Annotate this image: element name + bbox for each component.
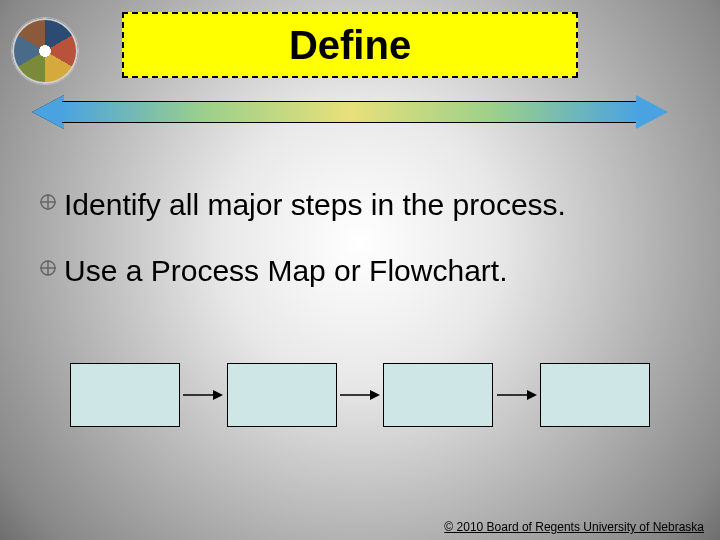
slide: Define Identify all major steps in the p… [0, 0, 720, 540]
flow-box [540, 363, 650, 427]
bullet-item: Use a Process Map or Flowchart. [40, 252, 680, 290]
arrow-right-head-icon [636, 95, 668, 129]
flow-box [70, 363, 180, 427]
title-text: Define [289, 23, 411, 68]
flow-arrow-icon [183, 388, 223, 402]
flow-box [227, 363, 337, 427]
gradient-double-arrow [32, 95, 668, 129]
bullet-text: Use a Process Map or Flowchart. [64, 252, 507, 290]
bullet-text: Identify all major steps in the process. [64, 186, 566, 224]
svg-marker-7 [213, 390, 223, 400]
flow-box [383, 363, 493, 427]
bullet-marker-icon [40, 260, 58, 276]
flow-arrow-icon [340, 388, 380, 402]
bullet-marker-icon [40, 194, 58, 210]
bullet-item: Identify all major steps in the process. [40, 186, 680, 224]
corner-decorative-image [12, 18, 78, 84]
bullet-list: Identify all major steps in the process.… [40, 186, 680, 317]
copyright-text: © 2010 Board of Regents University of Ne… [444, 520, 704, 534]
flow-arrow-icon [497, 388, 537, 402]
title-box: Define [122, 12, 578, 78]
arrow-bar [62, 101, 638, 123]
flowchart [70, 360, 650, 430]
svg-marker-11 [527, 390, 537, 400]
arrow-left-head-icon [32, 95, 64, 129]
svg-marker-9 [370, 390, 380, 400]
